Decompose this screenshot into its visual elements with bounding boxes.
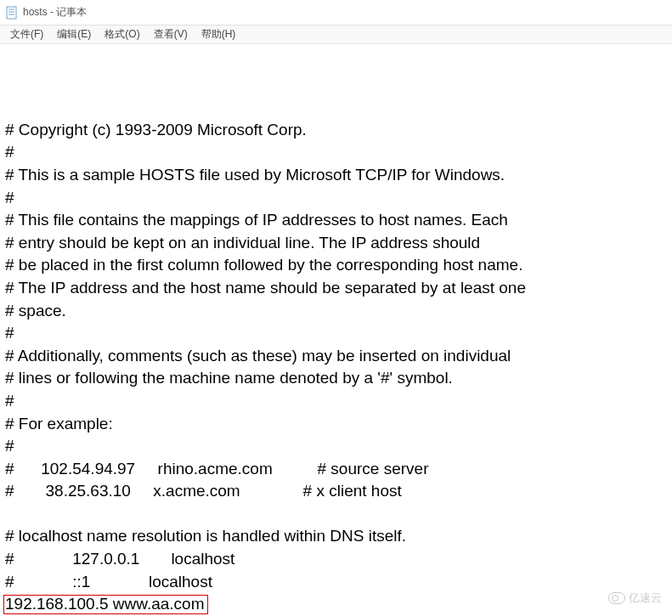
- text-line: # This file contains the mappings of IP …: [5, 209, 667, 232]
- text-line: #: [5, 322, 667, 345]
- watermark-text: 亿速云: [629, 591, 662, 606]
- menu-format[interactable]: 格式(O): [98, 25, 146, 43]
- text-line: # space.: [5, 300, 667, 323]
- text-editor-content[interactable]: # Copyright (c) 1993-2009 Microsoft Corp…: [0, 44, 672, 616]
- menu-view[interactable]: 查看(V): [147, 25, 195, 43]
- text-line: # Copyright (c) 1993-2009 Microsoft Corp…: [5, 119, 667, 142]
- text-line: # 38.25.63.10 x.acme.com # x client host: [5, 480, 667, 503]
- text-line: # ::1 localhost: [5, 571, 667, 594]
- text-line: #: [5, 435, 667, 458]
- menu-help[interactable]: 帮助(H): [195, 25, 243, 43]
- svg-rect-0: [7, 7, 16, 19]
- text-line: # localhost name resolution is handled w…: [5, 525, 667, 548]
- text-line: #: [5, 187, 667, 210]
- text-line: #: [5, 390, 667, 413]
- titlebar: hosts - 记事本: [0, 0, 672, 25]
- notepad-icon: [5, 6, 19, 20]
- text-line: [5, 503, 667, 526]
- text-line: # be placed in the first column followed…: [5, 254, 667, 277]
- menu-edit[interactable]: 编辑(E): [50, 25, 98, 43]
- text-line: #: [5, 141, 667, 164]
- text-line: # For example:: [5, 413, 667, 436]
- window-title: hosts - 记事本: [23, 5, 87, 20]
- text-line: # lines or following the machine name de…: [5, 367, 667, 390]
- cloud-icon: [608, 592, 625, 604]
- menu-file[interactable]: 文件(F): [3, 25, 50, 43]
- text-line: # This is a sample HOSTS file used by Mi…: [5, 164, 667, 187]
- text-line: # The IP address and the host name shoul…: [5, 277, 667, 300]
- text-line: # Additionally, comments (such as these)…: [5, 345, 667, 368]
- text-line: # 127.0.0.1 localhost: [5, 548, 667, 571]
- text-line: # 102.54.94.97 rhino.acme.com # source s…: [5, 458, 667, 481]
- text-line: # entry should be kept on an individual …: [5, 232, 667, 255]
- menubar: 文件(F) 编辑(E) 格式(O) 查看(V) 帮助(H): [0, 25, 672, 44]
- text-line: 192.168.100.5 www.aa.com: [5, 593, 667, 616]
- watermark: 亿速云: [608, 591, 662, 606]
